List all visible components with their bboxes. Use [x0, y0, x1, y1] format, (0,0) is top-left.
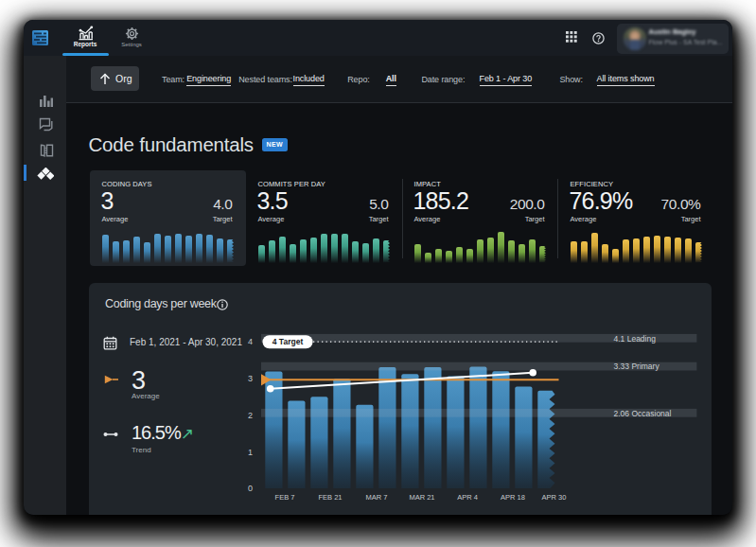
svg-text:APR 30: APR 30	[542, 493, 567, 502]
svg-text:MAR 7: MAR 7	[366, 493, 388, 502]
svg-text:3: 3	[248, 374, 253, 383]
svg-text:MAR 21: MAR 21	[409, 493, 434, 502]
svg-text:APR 18: APR 18	[501, 493, 525, 502]
svg-text:0: 0	[248, 484, 253, 493]
svg-text:2.06 Occasional: 2.06 Occasional	[614, 408, 672, 417]
svg-text:3.33 Primary: 3.33 Primary	[614, 362, 660, 371]
svg-text:4.1 Leading: 4.1 Leading	[614, 333, 657, 343]
svg-text:FEB 21: FEB 21	[318, 493, 342, 502]
svg-text:FEB 7: FEB 7	[275, 493, 295, 502]
svg-text:2: 2	[248, 410, 253, 419]
svg-text:4 Target: 4 Target	[273, 337, 304, 346]
svg-text:APR 4: APR 4	[457, 493, 478, 502]
svg-text:1: 1	[248, 447, 253, 456]
svg-text:4: 4	[248, 337, 253, 346]
